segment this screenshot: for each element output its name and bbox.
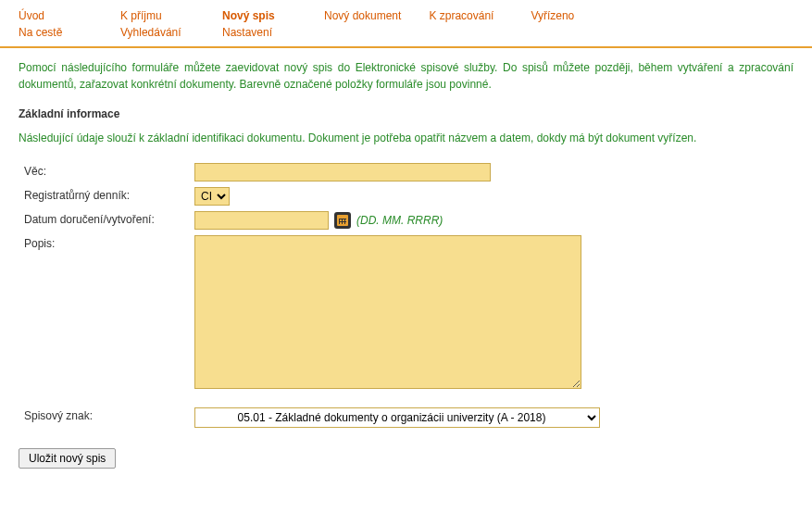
input-datum[interactable] (194, 211, 329, 230)
main-nav: Úvod K příjmu Nový spis Nový dokument K … (0, 0, 812, 48)
nav-nastaveni[interactable]: Nastavení (222, 24, 296, 41)
row-vec: Věc: (19, 163, 793, 181)
section-title: Základní informace (19, 107, 793, 120)
nav-vyhledavani[interactable]: Vyhledávání (120, 24, 194, 41)
submit-button[interactable]: Uložit nový spis (19, 448, 116, 469)
textarea-popis[interactable] (194, 235, 581, 389)
nav-vyrizeno[interactable]: Vyřízeno (531, 7, 605, 24)
row-dennik: Registratůrný denník: CI (19, 187, 793, 206)
nav-row-2: Na cestě Vyhledávání Nastavení (19, 24, 793, 41)
row-popis: Popis: (19, 235, 793, 389)
select-dennik[interactable]: CI (194, 187, 230, 206)
section-desc: Následující údaje slouží k základní iden… (19, 130, 793, 146)
input-vec[interactable] (194, 163, 491, 181)
select-spisovy-znak[interactable]: 05.01 - Základné dokumenty o organizácii… (194, 407, 600, 428)
nav-uvod[interactable]: Úvod (19, 7, 93, 24)
calendar-icon[interactable] (334, 212, 351, 229)
date-hint: (DD. MM. RRRR) (356, 214, 443, 227)
label-datum: Datum doručení/vytvoření: (19, 211, 194, 226)
nav-k-prijmu[interactable]: K příjmu (120, 7, 194, 24)
nav-k-zpracovani[interactable]: K zpracování (429, 7, 503, 24)
row-datum: Datum doručení/vytvoření: (DD. MM. RRRR) (19, 211, 793, 230)
nav-na-ceste[interactable]: Na cestě (19, 24, 93, 41)
label-vec: Věc: (19, 163, 194, 178)
label-spisovy: Spisový znak: (19, 407, 194, 422)
nav-row-1: Úvod K příjmu Nový spis Nový dokument K … (19, 7, 793, 24)
row-spisovy: Spisový znak: 05.01 - Základné dokumenty… (19, 407, 793, 428)
content-area: Pomocí následujícího formuláře můžete za… (0, 48, 812, 487)
label-dennik: Registratůrný denník: (19, 187, 194, 202)
nav-novy-dokument[interactable]: Nový dokument (324, 7, 401, 24)
nav-novy-spis[interactable]: Nový spis (222, 7, 296, 24)
intro-text: Pomocí následujícího formuláře můžete za… (19, 59, 793, 93)
label-popis: Popis: (19, 235, 194, 250)
